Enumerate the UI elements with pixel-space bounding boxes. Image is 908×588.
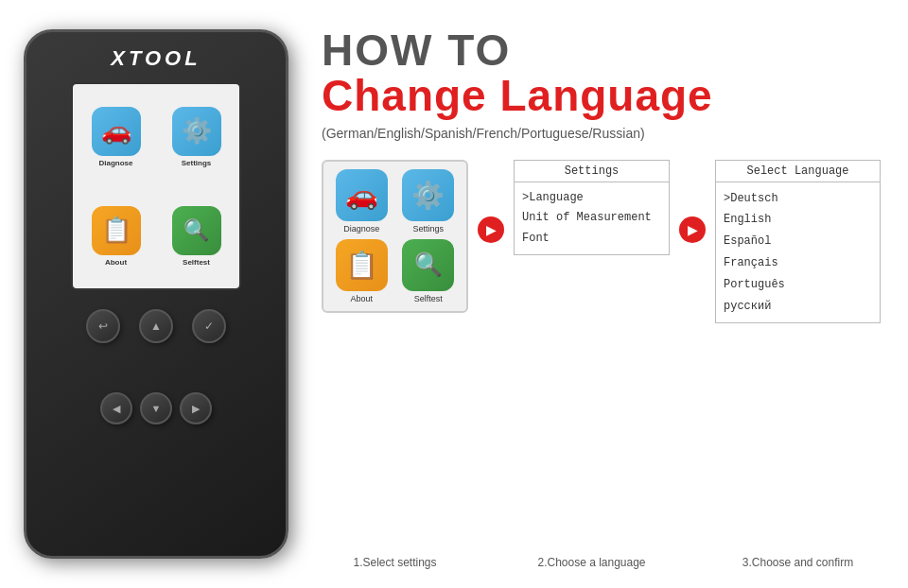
steps-labels: 1.Select settings 2.Choose a language 3.… — [322, 556, 884, 569]
mini-settings-label: Settings — [412, 224, 444, 233]
screen-app-about[interactable]: 📋 About — [79, 189, 153, 283]
mini-app-about[interactable]: 📋 About — [331, 239, 393, 303]
mini-app-selftest[interactable]: 🔍 Selftest — [398, 239, 460, 303]
mini-app-settings[interactable]: ⚙️ Settings — [398, 169, 460, 233]
lang-francais[interactable]: Français — [724, 252, 872, 274]
about-label: About — [105, 258, 127, 267]
mini-selftest-icon: 🔍 — [402, 239, 454, 291]
lang-espanol[interactable]: Español — [724, 231, 872, 252]
step3-label: 3.Choose and confirm — [715, 556, 881, 569]
mini-about-label: About — [350, 294, 373, 303]
nav-cluster: ◀ ▼ ▶ — [100, 356, 212, 424]
settings-panel-body: >Language Unit of Measurement Font — [515, 182, 669, 255]
headline-how: HOW TO — [322, 28, 884, 72]
mini-diagnose-icon: 🚗 — [336, 169, 388, 221]
check-button[interactable]: ✓ — [192, 309, 226, 343]
lang-deutsch[interactable]: >Deutsch — [724, 188, 872, 210]
headline-change: Change Language — [322, 72, 884, 120]
arrow1-icon: ▶ — [478, 216, 504, 243]
back-button[interactable]: ↩ — [86, 309, 120, 343]
brand-logo: XTOOL — [111, 46, 201, 71]
settings-panel-title: Settings — [515, 161, 669, 182]
arrow2-icon: ▶ — [679, 216, 706, 243]
nav-left[interactable]: ◀ — [100, 392, 132, 424]
mini-settings-icon: ⚙️ — [402, 169, 454, 221]
settings-item-unit[interactable]: Unit of Measurement — [522, 208, 661, 229]
screen-app-diagnose[interactable]: 🚗 Diagnose — [79, 90, 153, 183]
step1-screen: 🚗 Diagnose ⚙️ Settings 📋 About — [322, 160, 468, 313]
diagnose-label: Diagnose — [98, 159, 132, 167]
nav-right[interactable]: ▶ — [180, 392, 212, 424]
content-section: HOW TO Change Language (German/English/S… — [312, 0, 908, 588]
diagnose-icon: 🚗 — [92, 107, 141, 156]
about-icon: 📋 — [92, 206, 141, 255]
top-buttons: ↩ ▲ ✓ — [86, 309, 226, 343]
step2-label: 2.Choose a language — [514, 556, 670, 569]
step1-label: 1.Select settings — [322, 556, 468, 569]
nav-down[interactable]: ▼ — [140, 392, 172, 424]
language-panel-title: Select Language — [716, 161, 880, 182]
mini-selftest-label: Selftest — [414, 294, 443, 303]
device-section: XTOOL 🚗 Diagnose ⚙️ Settings 📋 — [0, 0, 312, 588]
mini-about-icon: 📋 — [336, 239, 388, 291]
settings-label: Settings — [182, 159, 212, 167]
lang-english[interactable]: English — [724, 209, 872, 231]
settings-item-language[interactable]: >Language — [522, 188, 661, 209]
steps-row: 🚗 Diagnose ⚙️ Settings 📋 About — [322, 160, 884, 545]
screen-app-settings[interactable]: ⚙️ Settings — [159, 90, 234, 183]
device-screen: 🚗 Diagnose ⚙️ Settings 📋 About — [71, 82, 241, 290]
screen-app-selftest[interactable]: 🔍 Selftest — [159, 189, 234, 283]
subtitle: (German/English/Spanish/French/Portugues… — [322, 126, 884, 141]
lang-russian[interactable]: русский — [724, 296, 872, 318]
settings-item-font[interactable]: Font — [522, 229, 661, 250]
selftest-label: Selftest — [183, 258, 210, 267]
lang-portugues[interactable]: Português — [724, 274, 872, 296]
xtool-device: XTOOL 🚗 Diagnose ⚙️ Settings 📋 — [24, 29, 288, 559]
language-panel: Select Language >Deutsch English Español… — [715, 160, 881, 324]
mini-app-diagnose[interactable]: 🚗 Diagnose — [331, 169, 393, 233]
settings-icon: ⚙️ — [172, 107, 221, 156]
settings-panel: Settings >Language Unit of Measurement F… — [514, 160, 670, 256]
mini-diagnose-label: Diagnose — [343, 224, 379, 233]
language-panel-body: >Deutsch English Español Français Portug… — [716, 182, 880, 323]
selftest-icon: 🔍 — [172, 206, 221, 255]
up-button[interactable]: ▲ — [139, 309, 173, 343]
